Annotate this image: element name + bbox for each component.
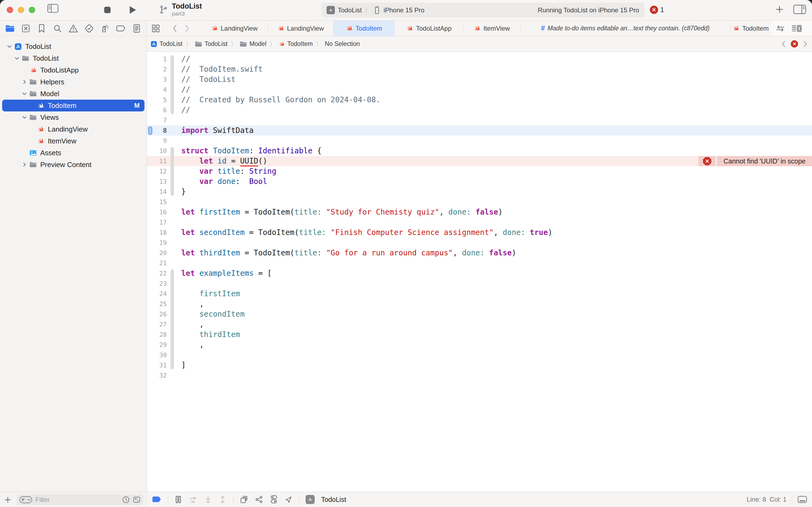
filter-options-icon[interactable]: [19, 496, 32, 503]
source-control-icon[interactable]: [21, 23, 31, 34]
code-line-15[interactable]: 15: [147, 197, 812, 207]
tab-landingview[interactable]: LandingView: [200, 21, 268, 36]
sidebar-item-todoitem[interactable]: TodoItemM: [2, 100, 144, 111]
bookmark-icon[interactable]: [37, 23, 47, 34]
sidebar-item-landingview[interactable]: LandingView: [2, 123, 144, 135]
line-number[interactable]: 26: [147, 309, 169, 319]
breadcrumb-no-selection[interactable]: No Selection: [325, 40, 360, 48]
breakpoint-tag-icon[interactable]: [116, 23, 126, 34]
line-number[interactable]: 18: [147, 227, 169, 238]
line-number[interactable]: 4: [147, 84, 169, 95]
line-number[interactable]: 25: [147, 299, 169, 309]
line-number[interactable]: 6: [147, 105, 169, 115]
simulate-location-icon[interactable]: [284, 496, 292, 504]
code-line-31[interactable]: 31]: [147, 360, 812, 370]
scheme-project[interactable]: TodoList: [338, 6, 362, 14]
add-button[interactable]: [775, 5, 784, 14]
tab-itemview[interactable]: ItemView: [463, 21, 520, 36]
previous-issue-icon[interactable]: [780, 40, 787, 48]
code-line-23[interactable]: 23: [147, 278, 812, 289]
code-line-22[interactable]: 22let exampleItems = [: [147, 268, 812, 278]
line-number[interactable]: 2: [147, 64, 169, 74]
code-line-7[interactable]: 7: [147, 115, 812, 125]
code-line-32[interactable]: 32: [147, 370, 812, 381]
code-line-25[interactable]: 25 ,: [147, 299, 812, 309]
test-icon[interactable]: [84, 23, 94, 34]
step-over-icon[interactable]: [188, 496, 197, 504]
run-button[interactable]: [128, 5, 137, 14]
tab-todoitem[interactable]: TodoItem: [333, 21, 395, 36]
disclosure-open-icon[interactable]: [13, 55, 21, 61]
code-line-26[interactable]: 26 secondItem: [147, 309, 812, 319]
line-number[interactable]: 19: [147, 238, 169, 248]
line-number[interactable]: 28: [147, 330, 169, 340]
next-issue-icon[interactable]: [802, 40, 808, 48]
line-number[interactable]: 32: [147, 370, 169, 381]
code-line-8[interactable]: 8import SwiftData: [147, 125, 812, 135]
breadcrumb-model[interactable]: Model: [239, 40, 267, 48]
filter-field[interactable]: [17, 494, 143, 505]
search-icon[interactable]: [52, 23, 63, 34]
code-line-12[interactable]: 12 var title: String: [147, 166, 812, 176]
disclosure-closed-icon[interactable]: [20, 79, 28, 85]
step-out-icon[interactable]: [219, 496, 227, 504]
line-number[interactable]: 15: [147, 197, 169, 207]
line-number[interactable]: 3: [147, 74, 169, 84]
project-navigator-folder-icon[interactable]: [5, 23, 15, 34]
code-line-2[interactable]: 2// TodoItem.swift: [147, 64, 812, 74]
memory-graph-icon[interactable]: [255, 495, 264, 504]
breadcrumb-todolist[interactable]: TodoList: [195, 40, 228, 48]
sidebar-item-views[interactable]: Views: [2, 111, 144, 123]
line-number[interactable]: 14: [147, 187, 169, 197]
code-line-1[interactable]: 1//: [147, 54, 812, 64]
code-line-27[interactable]: 27 ,: [147, 319, 812, 330]
line-number[interactable]: 11: [147, 156, 169, 166]
error-badge-icon[interactable]: ✕: [650, 6, 658, 14]
toggle-inspector-icon[interactable]: [793, 4, 806, 14]
toggle-debug-area-icon[interactable]: [798, 496, 807, 504]
code-line-3[interactable]: 3// TodoList: [147, 74, 812, 84]
tab-overview-icon[interactable]: [151, 24, 160, 33]
sidebar-item-model[interactable]: Model: [2, 88, 144, 100]
sidebar-item-todolist[interactable]: TodoList: [2, 41, 144, 52]
pause-execution-icon[interactable]: [175, 496, 182, 504]
sidebar-item-itemview[interactable]: ItemView: [2, 135, 144, 147]
line-number[interactable]: 5: [147, 95, 169, 105]
line-number[interactable]: 7: [147, 115, 169, 125]
disclosure-open-icon[interactable]: [20, 114, 28, 120]
line-number[interactable]: 23: [147, 278, 169, 289]
toggle-navigator-icon[interactable]: [47, 4, 59, 13]
recent-files-clock-icon[interactable]: [122, 496, 130, 504]
line-number[interactable]: 13: [147, 176, 169, 187]
line-number[interactable]: 12: [147, 166, 169, 176]
code-line-17[interactable]: 17: [147, 217, 812, 227]
code-line-13[interactable]: 13 var done: Bool: [147, 176, 812, 187]
code-line-24[interactable]: 24 firstItem: [147, 289, 812, 299]
tab-landingview[interactable]: LandingView: [268, 21, 333, 36]
code-line-10[interactable]: 10struct TodoItem: Identifiable {: [147, 146, 812, 156]
code-line-28[interactable]: 28 thirdItem: [147, 330, 812, 340]
disclosure-open-icon[interactable]: [20, 91, 28, 97]
disclosure-closed-icon[interactable]: [20, 162, 28, 168]
environment-overrides-icon[interactable]: [270, 495, 278, 504]
swap-editor-icon[interactable]: [775, 24, 785, 33]
disclosure-open-icon[interactable]: [5, 44, 13, 49]
line-number[interactable]: 9: [147, 135, 169, 146]
scheme-status-bar[interactable]: TodoList 〉 iPhone 15 Pro Running TodoLis…: [321, 3, 644, 17]
tab-todoitem[interactable]: TodoItem: [731, 21, 771, 36]
close-window-button[interactable]: [7, 7, 13, 13]
line-number[interactable]: 27: [147, 319, 169, 330]
code-line-14[interactable]: 14}: [147, 187, 812, 197]
line-number[interactable]: 17: [147, 217, 169, 227]
sidebar-item-preview-content[interactable]: Preview Content: [2, 159, 144, 171]
scheme-device[interactable]: iPhone 15 Pro: [384, 6, 424, 14]
line-number[interactable]: 30: [147, 350, 169, 360]
tab-made[interactable]: #Made to-do items editable an…text they …: [520, 21, 730, 36]
breadcrumb-todoitem[interactable]: TodoItem: [279, 40, 313, 48]
sidebar-item-todolist[interactable]: TodoList: [2, 52, 144, 64]
go-back-icon[interactable]: [171, 24, 178, 33]
code-line-16[interactable]: 16let firstItem = TodoItem(title: "Study…: [147, 207, 812, 217]
sidebar-item-todolistapp[interactable]: TodoListApp: [2, 64, 144, 76]
running-app-label[interactable]: TodoList: [321, 496, 346, 504]
report-icon[interactable]: [131, 23, 142, 34]
